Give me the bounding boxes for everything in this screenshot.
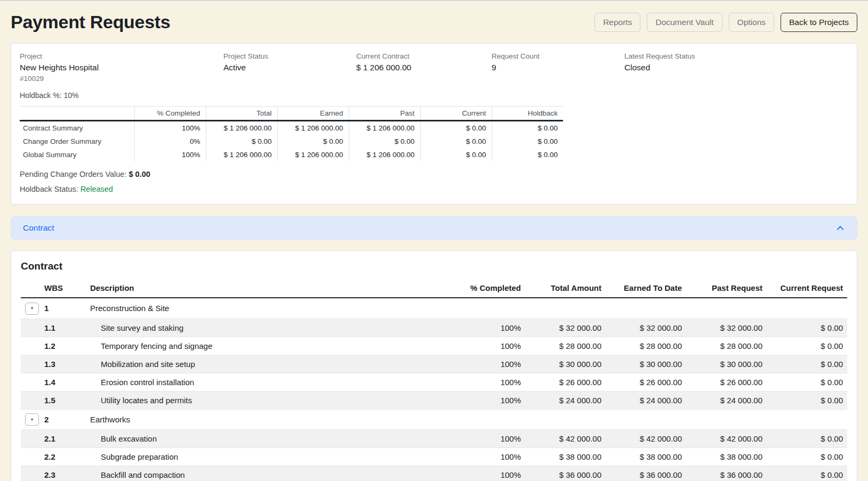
current-request-cell <box>767 409 847 430</box>
contract-header-expander <box>21 280 40 298</box>
past-request-cell <box>686 409 767 430</box>
summary-cell-earned: $ 1 206 000.00 <box>277 148 349 161</box>
summary-cell-current: $ 0.00 <box>420 135 492 148</box>
contract-card-heading: Contract <box>21 260 847 272</box>
completed-cell <box>445 409 525 430</box>
info-field-subvalue: #10029 <box>20 75 223 83</box>
wbs-cell: 1.5 <box>40 391 86 409</box>
info-field-label: Current Contract <box>356 52 492 60</box>
contract-header-description: Description <box>86 280 445 298</box>
summary-cell-earned: $ 0.00 <box>277 135 349 148</box>
completed-cell: 100% <box>445 466 525 481</box>
contract-header-earned-to-date: Earned To Date <box>606 280 686 298</box>
description-cell: Preconstruction & Site <box>86 298 445 319</box>
past-request-cell: $ 24 000.00 <box>686 391 767 409</box>
document-vault-button[interactable]: Document Vault <box>647 13 722 32</box>
past-request-cell: $ 36 000.00 <box>686 466 767 481</box>
total-amount-cell: $ 28 000.00 <box>525 337 606 355</box>
wbs-cell: 2 <box>40 409 86 430</box>
expander-cell <box>21 409 40 430</box>
description-cell: Erosion control installation <box>86 373 445 391</box>
expander-cell <box>21 355 40 373</box>
info-field-value: New Heights Hospital <box>20 63 223 72</box>
info-field-value: $ 1 206 000.00 <box>356 63 492 72</box>
current-request-cell <box>767 298 847 319</box>
earned-to-date-cell: $ 42 000.00 <box>606 430 686 448</box>
info-field: Current Contract $ 1 206 000.00 <box>356 52 492 83</box>
summary-cell-completed: 100% <box>134 148 206 161</box>
earned-to-date-cell: $ 38 000.00 <box>606 448 686 466</box>
summary-header-past: Past <box>349 107 420 121</box>
contract-table-row: 2.2 Subgrade preparation 100% $ 38 000.0… <box>21 448 847 466</box>
current-request-cell: $ 0.00 <box>767 448 847 466</box>
past-request-cell: $ 32 000.00 <box>686 319 767 337</box>
wbs-cell: 2.1 <box>40 430 86 448</box>
summary-cell-holdback: $ 0.00 <box>492 121 563 135</box>
contract-header-total-amount: Total Amount <box>525 280 606 298</box>
description-cell: Site survey and staking <box>86 319 445 337</box>
info-field-label: Project Status <box>223 52 356 60</box>
back-to-projects-button[interactable]: Back to Projects <box>781 13 857 32</box>
summary-cell-current: $ 0.00 <box>420 121 492 135</box>
options-button[interactable]: Options <box>729 13 774 32</box>
expand-row-button caret-down-icon[interactable] <box>25 413 39 426</box>
summary-row-name: Global Summary <box>20 148 134 161</box>
payment-requests-page: Payment Requests Reports Document Vault … <box>0 1 868 481</box>
earned-to-date-cell: $ 30 000.00 <box>606 355 686 373</box>
description-cell: Mobilization and site setup <box>86 355 445 373</box>
expander-cell <box>21 391 40 409</box>
summary-cell-earned: $ 1 206 000.00 <box>277 121 349 135</box>
expander-cell <box>21 298 40 319</box>
pending-change-orders: Pending Change Orders Value:$ 0.00 <box>20 170 848 178</box>
reports-button[interactable]: Reports <box>594 13 640 32</box>
completed-cell <box>445 298 525 319</box>
summary-cell-completed: 0% <box>134 135 206 148</box>
summary-row: Change Order Summary 0% $ 0.00 $ 0.00 $ … <box>20 135 563 148</box>
info-field-label: Latest Request Status <box>624 52 848 60</box>
contract-header-wbs: WBS <box>40 280 86 298</box>
summary-cell-total: $ 1 206 000.00 <box>206 121 277 135</box>
info-field: Project New Heights Hospital #10029 <box>20 52 223 83</box>
past-request-cell: $ 30 000.00 <box>686 355 767 373</box>
earned-to-date-cell <box>606 409 686 430</box>
contract-card: Contract WBS Description % Completed Tot… <box>11 250 857 481</box>
wbs-cell: 1 <box>40 298 86 319</box>
earned-to-date-cell: $ 36 000.00 <box>606 466 686 481</box>
info-field-label: Request Count <box>492 52 624 60</box>
info-field-label: Project <box>20 52 223 60</box>
completed-cell: 100% <box>445 373 525 391</box>
holdback-status: Holdback Status:Released <box>20 185 848 193</box>
summary-header-total: Total <box>206 107 277 121</box>
description-cell: Utility locates and permits <box>86 391 445 409</box>
completed-cell: 100% <box>445 448 525 466</box>
current-request-cell: $ 0.00 <box>767 373 847 391</box>
info-field-value: 9 <box>492 63 624 72</box>
contract-table-row: 2.3 Backfill and compaction 100% $ 36 00… <box>21 466 847 481</box>
current-request-cell: $ 0.00 <box>767 355 847 373</box>
contract-section-toggle[interactable]: Contract <box>11 216 857 240</box>
description-cell: Earthworks <box>86 409 445 430</box>
info-field: Project Status Active <box>223 52 356 83</box>
description-cell: Subgrade preparation <box>86 448 445 466</box>
contract-table-row: 1.5 Utility locates and permits 100% $ 2… <box>21 391 847 409</box>
summary-cell-total: $ 1 206 000.00 <box>206 148 277 161</box>
contract-header-row: WBS Description % Completed Total Amount… <box>21 280 847 298</box>
contract-table-row: 1 Preconstruction & Site <box>21 298 847 319</box>
holdback-status-label: Holdback Status: <box>20 185 78 193</box>
total-amount-cell: $ 26 000.00 <box>525 373 606 391</box>
expander-cell <box>21 448 40 466</box>
contract-table-row: 2 Earthworks <box>21 409 847 430</box>
info-field: Request Count 9 <box>492 52 624 83</box>
total-amount-cell: $ 32 000.00 <box>525 319 606 337</box>
completed-cell: 100% <box>445 319 525 337</box>
past-request-cell: $ 28 000.00 <box>686 337 767 355</box>
wbs-cell: 1.1 <box>40 319 86 337</box>
contract-header-current-request: Current Request <box>767 280 847 298</box>
summary-header-earned: Earned <box>277 107 349 121</box>
expand-row-button caret-down-icon[interactable] <box>25 303 39 315</box>
current-request-cell: $ 0.00 <box>767 466 847 481</box>
earned-to-date-cell: $ 32 000.00 <box>606 319 686 337</box>
contract-wbs-table: WBS Description % Completed Total Amount… <box>21 280 847 481</box>
summary-header-blank <box>20 107 134 121</box>
completed-cell: 100% <box>445 391 525 409</box>
